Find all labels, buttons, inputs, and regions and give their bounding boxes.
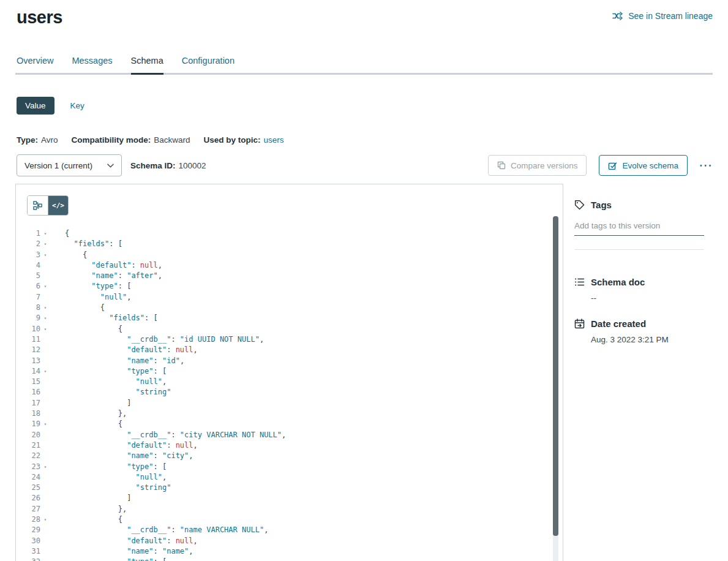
type-value: Avro <box>41 135 58 145</box>
code-text: "name": "id", <box>65 356 184 366</box>
code-line: 25 "string" <box>16 483 563 493</box>
scrollbar-thumb[interactable] <box>553 216 558 536</box>
code-line: 27 }, <box>16 504 563 514</box>
version-bar: Version 1 (current) Schema ID: 100002 Co… <box>17 154 713 176</box>
topic-link[interactable]: users <box>264 135 284 145</box>
code-text: "name": "after", <box>65 271 162 281</box>
add-tags-input[interactable] <box>574 219 704 236</box>
stream-lineage-link[interactable]: See in Stream lineage <box>612 11 713 21</box>
code-line: 3▾ { <box>16 250 563 260</box>
fold-toggle-icon[interactable]: ▾ <box>40 239 50 249</box>
schema-detail: </> 1▾{2▾ "fields": [3▾ {4 "default": nu… <box>15 184 713 561</box>
line-number: 15 <box>16 377 40 387</box>
code-line: 4 "default": null, <box>16 260 563 271</box>
code-text: "null", <box>65 472 167 483</box>
fold-spacer <box>40 430 50 440</box>
code-text: "null", <box>65 292 131 303</box>
fold-toggle-icon[interactable]: ▾ <box>40 324 50 334</box>
fold-toggle-icon[interactable]: ▾ <box>40 281 50 292</box>
line-number: 3 <box>16 250 40 260</box>
line-number: 29 <box>16 525 40 535</box>
schema-id-value: 100002 <box>179 161 206 170</box>
key-toggle-button[interactable]: Key <box>70 101 84 110</box>
tags-header: Tags <box>574 200 704 210</box>
code-line: 2▾ "fields": [ <box>16 239 563 249</box>
date-created-header: Date created <box>574 318 704 329</box>
fold-spacer <box>40 440 50 451</box>
line-number: 16 <box>16 387 40 397</box>
line-number: 9 <box>16 313 40 323</box>
code-text: { <box>65 419 122 429</box>
doc-list-icon <box>574 277 585 287</box>
evolve-label: Evolve schema <box>622 161 678 170</box>
value-toggle-button[interactable]: Value <box>17 97 54 115</box>
version-select-value: Version 1 (current) <box>24 161 92 170</box>
code-line: 15 "null", <box>16 377 563 387</box>
schema-doc-title: Schema doc <box>591 277 645 287</box>
code-line: 5 "name": "after", <box>16 271 563 281</box>
fold-spacer <box>40 493 50 503</box>
fold-toggle-icon[interactable]: ▾ <box>40 557 50 561</box>
topic-label: Used by topic: <box>204 135 261 145</box>
code-line: 13 "name": "id", <box>16 356 563 366</box>
compare-versions-button[interactable]: Compare versions <box>488 155 587 176</box>
code-text: "default": null, <box>65 440 198 451</box>
code-text: }, <box>65 409 127 419</box>
schema-doc-value: -- <box>574 293 704 303</box>
code-line: 9▾ "fields": [ <box>16 313 563 323</box>
fold-toggle-icon[interactable]: ▾ <box>40 366 50 377</box>
fold-toggle-icon[interactable]: ▾ <box>40 313 50 323</box>
line-number: 12 <box>16 345 40 355</box>
code-text: { <box>65 514 122 525</box>
fold-toggle-icon[interactable]: ▾ <box>40 419 50 429</box>
code-line: 29 "__crdb__": "name VARCHAR NULL", <box>16 525 563 535</box>
code-text: "string" <box>65 483 171 493</box>
code-text: "type": [ <box>65 557 167 561</box>
tab-schema[interactable]: Schema <box>131 56 163 73</box>
code-text: { <box>65 303 105 313</box>
tab-messages[interactable]: Messages <box>72 56 112 73</box>
evolve-schema-button[interactable]: Evolve schema <box>599 155 688 176</box>
code-view-button[interactable]: </> <box>48 196 68 215</box>
fold-toggle-icon[interactable]: ▾ <box>40 514 50 525</box>
code-text: { <box>65 250 87 260</box>
meta-type: Type: Avro <box>17 135 58 145</box>
fold-toggle-icon[interactable]: ▾ <box>40 462 50 472</box>
tree-view-button[interactable] <box>28 196 48 215</box>
code-line: 6▾ "type": [ <box>16 281 563 292</box>
more-options-button[interactable]: ⋯ <box>699 162 713 168</box>
mode-toggle: Value Key <box>17 97 728 115</box>
line-number: 4 <box>16 260 40 271</box>
fold-toggle-icon[interactable]: ▾ <box>40 250 50 260</box>
fold-toggle-icon[interactable]: ▾ <box>40 303 50 313</box>
code-line: 26 ] <box>16 493 563 503</box>
calendar-icon <box>574 318 585 329</box>
tree-view-icon <box>33 201 42 210</box>
line-number: 6 <box>16 281 40 292</box>
date-created-value: Aug. 3 2022 3:21 PM <box>574 335 704 344</box>
line-number: 2 <box>16 239 40 249</box>
compatibility-value: Backward <box>154 135 190 145</box>
code-line: 14▾ "type": [ <box>16 366 563 377</box>
tab-overview[interactable]: Overview <box>17 56 53 73</box>
code-text: "type": [ <box>65 462 167 472</box>
editor-scrollbar[interactable] <box>553 216 558 561</box>
schema-id-label: Schema ID: <box>130 161 176 170</box>
code-line: 24 "null", <box>16 472 563 483</box>
tab-configuration[interactable]: Configuration <box>182 56 235 73</box>
code-text: "null", <box>65 377 167 387</box>
code-line: 23▾ "type": [ <box>16 462 563 472</box>
code-line: 11 "__crdb__": "id UUID NOT NULL", <box>16 334 563 345</box>
line-number: 30 <box>16 536 40 546</box>
code-text: "default": null, <box>65 536 198 546</box>
code-text: { <box>65 228 69 239</box>
fold-spacer <box>40 451 50 461</box>
fold-spacer <box>40 546 50 557</box>
version-select[interactable]: Version 1 (current) <box>17 154 122 176</box>
tags-title: Tags <box>591 200 612 210</box>
line-number: 7 <box>16 292 40 303</box>
code-text: "fields": [ <box>65 239 122 249</box>
fold-toggle-icon[interactable]: ▾ <box>40 228 50 239</box>
code-text: "__crdb__": "name VARCHAR NULL", <box>65 525 268 535</box>
code-text: "__crdb__": "city VARCHAR NOT NULL", <box>65 430 286 440</box>
